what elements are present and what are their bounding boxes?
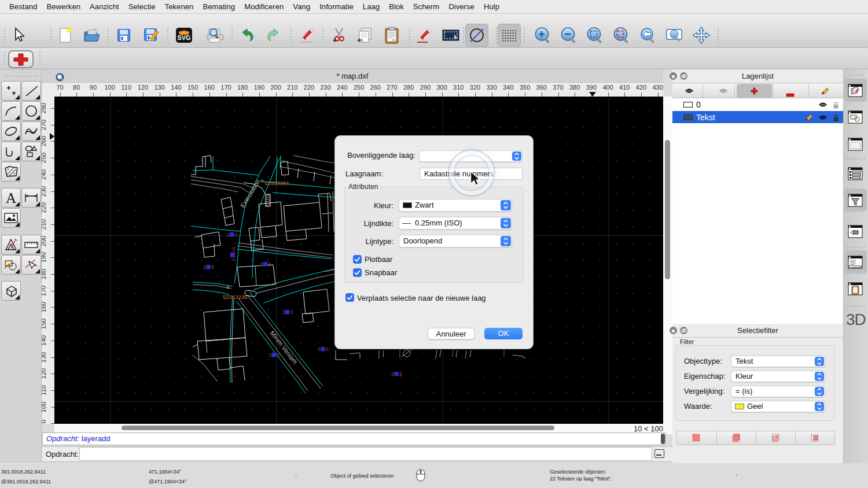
svg-text:+: + <box>333 36 337 44</box>
svg-text:SVG: SVG <box>177 34 190 41</box>
svg-text:c command: c command <box>850 265 861 268</box>
svg-text:5: 5 <box>318 346 321 352</box>
svg-text:3: 3 <box>290 309 293 315</box>
svg-text:9: 9 <box>268 261 271 267</box>
svg-text:2: 2 <box>203 264 206 270</box>
svg-text:0: 0 <box>234 232 237 238</box>
svg-text:1: 1 <box>260 261 263 267</box>
svg-text:52363236: 52363236 <box>223 294 247 300</box>
svg-text:6: 6 <box>211 264 214 270</box>
svg-text:6: 6 <box>399 371 402 377</box>
svg-text:6: 6 <box>326 346 329 352</box>
svg-text:1: 1 <box>226 232 229 238</box>
svg-text:1: 1 <box>282 309 285 315</box>
svg-text:5: 5 <box>391 371 394 377</box>
svg-text:Minim Veniam: Minim Veniam <box>269 330 299 365</box>
svg-text:Exercitation: Exercitation <box>239 178 262 209</box>
svg-text:3: 3 <box>277 352 279 358</box>
svg-text:52563284: 52563284 <box>264 180 289 186</box>
svg-text:+: + <box>357 36 361 44</box>
svg-text:1: 1 <box>269 352 271 358</box>
svg-text:A: A <box>6 190 16 206</box>
